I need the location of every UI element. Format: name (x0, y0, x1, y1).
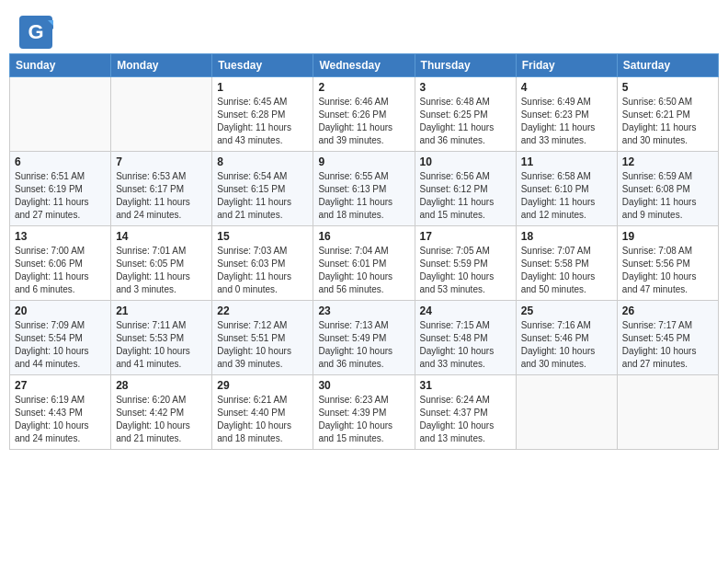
day-number: 4 (521, 81, 612, 94)
calendar-cell: 29Sunrise: 6:21 AM Sunset: 4:40 PM Dayli… (212, 375, 313, 450)
day-number: 5 (622, 81, 713, 94)
calendar-header-row: SundayMondayTuesdayWednesdayThursdayFrid… (10, 54, 719, 77)
day-detail: Sunrise: 7:00 AM Sunset: 6:06 PM Dayligh… (15, 245, 106, 296)
day-number: 21 (116, 304, 207, 317)
calendar-cell (10, 77, 111, 152)
col-header-tuesday: Tuesday (212, 54, 313, 77)
calendar-cell: 5Sunrise: 6:50 AM Sunset: 6:21 PM Daylig… (617, 77, 718, 152)
day-detail: Sunrise: 6:55 AM Sunset: 6:13 PM Dayligh… (318, 170, 409, 222)
calendar-cell: 12Sunrise: 6:59 AM Sunset: 6:08 PM Dayli… (617, 152, 718, 226)
calendar-cell: 31Sunrise: 6:24 AM Sunset: 4:37 PM Dayli… (415, 375, 516, 450)
day-detail: Sunrise: 6:45 AM Sunset: 6:28 PM Dayligh… (217, 96, 308, 147)
day-number: 9 (318, 155, 409, 168)
day-number: 3 (420, 81, 511, 94)
calendar-cell: 11Sunrise: 6:58 AM Sunset: 6:10 PM Dayli… (516, 152, 617, 226)
calendar-cell: 2Sunrise: 6:46 AM Sunset: 6:26 PM Daylig… (313, 77, 415, 152)
calendar-cell: 18Sunrise: 7:07 AM Sunset: 5:58 PM Dayli… (516, 226, 617, 301)
logo-icon: G (18, 15, 53, 50)
day-detail: Sunrise: 6:59 AM Sunset: 6:08 PM Dayligh… (622, 170, 713, 222)
calendar-cell: 27Sunrise: 6:19 AM Sunset: 4:43 PM Dayli… (10, 375, 111, 450)
day-number: 7 (116, 155, 207, 168)
day-detail: Sunrise: 6:58 AM Sunset: 6:10 PM Dayligh… (521, 170, 612, 222)
calendar-cell: 6Sunrise: 6:51 AM Sunset: 6:19 PM Daylig… (10, 152, 111, 226)
day-detail: Sunrise: 7:17 AM Sunset: 5:45 PM Dayligh… (622, 319, 713, 371)
day-detail: Sunrise: 6:24 AM Sunset: 4:37 PM Dayligh… (420, 394, 511, 445)
day-number: 12 (622, 155, 713, 168)
day-detail: Sunrise: 7:12 AM Sunset: 5:51 PM Dayligh… (217, 319, 308, 371)
col-header-wednesday: Wednesday (313, 54, 415, 77)
day-detail: Sunrise: 7:03 AM Sunset: 6:03 PM Dayligh… (217, 245, 308, 296)
day-number: 25 (521, 304, 612, 317)
day-number: 6 (15, 155, 106, 168)
day-number: 17 (420, 230, 511, 243)
calendar-cell: 1Sunrise: 6:45 AM Sunset: 6:28 PM Daylig… (212, 77, 313, 152)
day-detail: Sunrise: 6:21 AM Sunset: 4:40 PM Dayligh… (217, 394, 308, 445)
day-detail: Sunrise: 6:49 AM Sunset: 6:23 PM Dayligh… (521, 96, 612, 147)
day-detail: Sunrise: 7:09 AM Sunset: 5:54 PM Dayligh… (15, 319, 106, 371)
svg-text:G: G (28, 20, 43, 43)
day-detail: Sunrise: 7:04 AM Sunset: 6:01 PM Dayligh… (318, 245, 409, 296)
day-number: 18 (521, 230, 612, 243)
day-detail: Sunrise: 7:13 AM Sunset: 5:49 PM Dayligh… (318, 319, 409, 371)
col-header-saturday: Saturday (617, 54, 718, 77)
day-detail: Sunrise: 7:11 AM Sunset: 5:53 PM Dayligh… (116, 319, 207, 371)
day-detail: Sunrise: 7:16 AM Sunset: 5:46 PM Dayligh… (521, 319, 612, 371)
calendar-cell: 3Sunrise: 6:48 AM Sunset: 6:25 PM Daylig… (415, 77, 516, 152)
calendar-cell: 26Sunrise: 7:17 AM Sunset: 5:45 PM Dayli… (617, 301, 718, 375)
day-number: 20 (15, 304, 106, 317)
day-number: 27 (15, 379, 106, 392)
day-number: 26 (622, 304, 713, 317)
col-header-sunday: Sunday (10, 54, 111, 77)
day-number: 19 (622, 230, 713, 243)
day-detail: Sunrise: 7:05 AM Sunset: 5:59 PM Dayligh… (420, 245, 511, 296)
day-number: 11 (521, 155, 612, 168)
calendar-cell: 17Sunrise: 7:05 AM Sunset: 5:59 PM Dayli… (415, 226, 516, 301)
calendar-cell: 24Sunrise: 7:15 AM Sunset: 5:48 PM Dayli… (415, 301, 516, 375)
calendar-cell: 10Sunrise: 6:56 AM Sunset: 6:12 PM Dayli… (415, 152, 516, 226)
week-row-1: 1Sunrise: 6:45 AM Sunset: 6:28 PM Daylig… (10, 77, 719, 152)
day-detail: Sunrise: 7:08 AM Sunset: 5:56 PM Dayligh… (622, 245, 713, 296)
calendar-cell: 14Sunrise: 7:01 AM Sunset: 6:05 PM Dayli… (111, 226, 212, 301)
day-detail: Sunrise: 6:51 AM Sunset: 6:19 PM Dayligh… (15, 170, 106, 222)
page-header: G (9, 9, 719, 50)
day-number: 2 (318, 81, 409, 94)
day-detail: Sunrise: 7:07 AM Sunset: 5:58 PM Dayligh… (521, 245, 612, 296)
day-number: 13 (15, 230, 106, 243)
day-number: 31 (420, 379, 511, 392)
week-row-5: 27Sunrise: 6:19 AM Sunset: 4:43 PM Dayli… (10, 375, 719, 450)
calendar-cell: 8Sunrise: 6:54 AM Sunset: 6:15 PM Daylig… (212, 152, 313, 226)
day-number: 23 (318, 304, 409, 317)
calendar-table: SundayMondayTuesdayWednesdayThursdayFrid… (9, 53, 719, 450)
calendar-cell: 9Sunrise: 6:55 AM Sunset: 6:13 PM Daylig… (313, 152, 415, 226)
calendar-cell: 30Sunrise: 6:23 AM Sunset: 4:39 PM Dayli… (313, 375, 415, 450)
day-detail: Sunrise: 6:50 AM Sunset: 6:21 PM Dayligh… (622, 96, 713, 147)
calendar-cell (111, 77, 212, 152)
week-row-2: 6Sunrise: 6:51 AM Sunset: 6:19 PM Daylig… (10, 152, 719, 226)
logo: G (18, 15, 57, 50)
calendar-cell (516, 375, 617, 450)
day-detail: Sunrise: 7:15 AM Sunset: 5:48 PM Dayligh… (420, 319, 511, 371)
calendar-cell: 7Sunrise: 6:53 AM Sunset: 6:17 PM Daylig… (111, 152, 212, 226)
day-number: 10 (420, 155, 511, 168)
day-number: 1 (217, 81, 308, 94)
day-number: 28 (116, 379, 207, 392)
day-number: 22 (217, 304, 308, 317)
day-detail: Sunrise: 6:19 AM Sunset: 4:43 PM Dayligh… (15, 394, 106, 445)
calendar-cell: 15Sunrise: 7:03 AM Sunset: 6:03 PM Dayli… (212, 226, 313, 301)
calendar-cell: 25Sunrise: 7:16 AM Sunset: 5:46 PM Dayli… (516, 301, 617, 375)
day-number: 14 (116, 230, 207, 243)
calendar-cell: 13Sunrise: 7:00 AM Sunset: 6:06 PM Dayli… (10, 226, 111, 301)
week-row-3: 13Sunrise: 7:00 AM Sunset: 6:06 PM Dayli… (10, 226, 719, 301)
day-number: 8 (217, 155, 308, 168)
calendar-cell: 22Sunrise: 7:12 AM Sunset: 5:51 PM Dayli… (212, 301, 313, 375)
day-detail: Sunrise: 6:54 AM Sunset: 6:15 PM Dayligh… (217, 170, 308, 222)
day-detail: Sunrise: 6:53 AM Sunset: 6:17 PM Dayligh… (116, 170, 207, 222)
calendar-cell: 4Sunrise: 6:49 AM Sunset: 6:23 PM Daylig… (516, 77, 617, 152)
day-detail: Sunrise: 6:20 AM Sunset: 4:42 PM Dayligh… (116, 394, 207, 445)
day-number: 15 (217, 230, 308, 243)
day-detail: Sunrise: 6:23 AM Sunset: 4:39 PM Dayligh… (318, 394, 409, 445)
day-number: 30 (318, 379, 409, 392)
day-detail: Sunrise: 6:46 AM Sunset: 6:26 PM Dayligh… (318, 96, 409, 147)
day-number: 24 (420, 304, 511, 317)
col-header-friday: Friday (516, 54, 617, 77)
